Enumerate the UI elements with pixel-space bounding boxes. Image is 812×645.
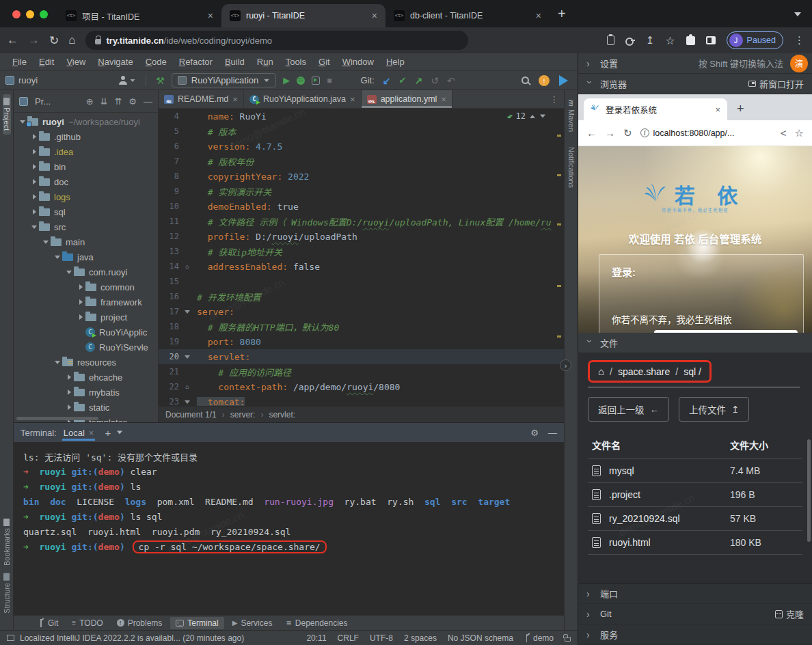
close-tab-icon[interactable]: × [370, 10, 379, 21]
titanide-logo-icon[interactable] [559, 75, 568, 86]
menu-window[interactable]: Window [337, 55, 379, 68]
profile-paused-pill[interactable]: J Paused [727, 31, 783, 49]
tree-chevron[interactable] [64, 404, 74, 410]
tree-item-bin[interactable]: bin [14, 159, 158, 174]
demo-badge[interactable]: 演 [790, 55, 808, 72]
clipboard-icon[interactable] [607, 36, 614, 45]
files-section-header[interactable]: › 文件 [578, 333, 812, 353]
tree-item-mybatis[interactable]: mybatis [14, 385, 158, 400]
menu-navigate[interactable]: Navigate [92, 55, 138, 68]
fold-marker[interactable] [183, 355, 191, 359]
go-up-button[interactable]: 返回上一级 ← [588, 397, 669, 422]
toolwindow-todo[interactable]: ≡TODO [66, 617, 108, 629]
tree-chevron[interactable] [76, 284, 85, 290]
code-line-6[interactable]: 6 version: 4.7.5 [159, 139, 564, 154]
section-git[interactable]: ›Git克隆 [578, 604, 812, 625]
fold-marker[interactable] [183, 310, 191, 314]
tree-chevron[interactable] [53, 361, 62, 364]
tool-tab-project[interactable]: Project [3, 94, 11, 135]
terminal-output[interactable]: ls: 无法访问 'sq': 没有那个文件或目录➜ ruoyi git:(dem… [14, 442, 564, 615]
new-tab-button[interactable]: + [550, 6, 574, 27]
splitter-expand-button[interactable]: › [560, 359, 571, 371]
menu-file[interactable]: File [7, 55, 32, 68]
menu-edit[interactable]: Edit [33, 55, 59, 68]
tree-chevron[interactable] [29, 209, 39, 215]
status-item[interactable]: 20:11 [306, 633, 326, 643]
close-tab-icon[interactable]: × [206, 10, 215, 21]
prev-problem-icon[interactable] [530, 115, 535, 118]
password-key-icon[interactable] [625, 38, 635, 43]
menu-code[interactable]: Code [140, 55, 172, 68]
code-line-16[interactable]: 16# 开发环境配置 [159, 289, 564, 304]
tree-chevron[interactable] [29, 194, 39, 200]
fold-marker[interactable]: ⌂ [183, 263, 191, 270]
browser-section-header[interactable]: › 浏览器 新窗口打开 [578, 74, 812, 94]
home-icon[interactable]: ⌂ [598, 366, 604, 377]
code-line-12[interactable]: 12 profile: D:/ruoyi/uploadPath [159, 229, 564, 244]
preview-forward-button[interactable]: → [605, 127, 615, 139]
tree-item-static[interactable]: static [14, 400, 158, 415]
tool-tab-maven[interactable]: m Maven [567, 96, 576, 136]
tree-item-java[interactable]: java [14, 249, 158, 264]
terminal-tab-local[interactable]: Local × [62, 425, 96, 441]
code-line-22[interactable]: 22⌂ context-path: /app/demo/ruoyi/8080 [159, 379, 564, 394]
code-line-13[interactable]: 13 # 获取ip地址开关 [159, 244, 564, 259]
close-icon[interactable]: × [350, 94, 355, 105]
tree-chevron[interactable] [64, 271, 74, 274]
file-row[interactable]: ruoyi.html180 KB [588, 530, 802, 555]
toolwindow-services[interactable]: ▶Services [227, 617, 278, 629]
status-item[interactable]: 2 spaces [404, 633, 437, 643]
tree-item-com-ruoyi[interactable]: com.ruoyi [14, 264, 158, 279]
breadcrumb-item[interactable]: server: [230, 410, 256, 420]
tool-tab-bookmarks[interactable]: Bookmarks [3, 515, 11, 570]
code-line-11[interactable]: 11 # 文件路径 示例（ Windows配置D:/ruoyi/uploadPa… [159, 214, 564, 229]
status-item[interactable]: No JSON schema [448, 633, 513, 643]
menu-build[interactable]: Build [219, 55, 250, 68]
editor-tab-ruoyiapplication-java[interactable]: CRuoYiApplication.java× [244, 90, 362, 108]
project-hscrollbar[interactable] [16, 417, 98, 420]
tree-item-ruoyi[interactable]: ruoyi ~/workspace/ruoyi [14, 114, 158, 129]
tree-item-resources[interactable]: resources [14, 355, 158, 370]
code-line-15[interactable]: 15 [159, 274, 564, 289]
menu-tools[interactable]: Tools [280, 55, 312, 68]
editor-tab-readme-md[interactable]: MDREADME.md× [159, 90, 244, 108]
code-editor[interactable]: 4 name: RuoYi5 # 版本6 version: 4.7.57 # 版… [159, 109, 564, 406]
browser-menu-icon[interactable]: ⋮ [794, 34, 805, 46]
git-rollback-icon[interactable]: ↶ [447, 75, 455, 86]
git-update-icon[interactable]: ↙ [383, 75, 391, 86]
status-item[interactable]: UTF-8 [370, 633, 393, 643]
url-bar[interactable]: try.titanide.cn/ide/web/coding/ruoyi/dem… [85, 31, 468, 50]
git-commit-icon[interactable]: ✔ [399, 75, 407, 85]
breadcrumb-space-share[interactable]: space.share [618, 366, 670, 377]
code-line-19[interactable]: 19 port: 8080 [159, 334, 564, 349]
tree-item-doc[interactable]: doc [14, 174, 158, 189]
git-push-icon[interactable]: ↗ [414, 75, 422, 86]
status-message[interactable]: Localized IntelliJ IDEA 2022.2.2 is avai… [20, 633, 244, 643]
gear-icon[interactable]: ⚙ [128, 96, 137, 107]
menu-refactor[interactable]: Refactor [174, 55, 218, 68]
reload-button[interactable]: ↻ [49, 33, 59, 48]
fold-marker[interactable]: ⌂ [183, 383, 191, 390]
section-端口[interactable]: ›端口 [578, 584, 812, 604]
git-branch-widget[interactable]: demo [524, 633, 554, 643]
close-icon[interactable]: × [715, 105, 720, 115]
tree-item-ehcache[interactable]: ehcache [14, 370, 158, 385]
tree-chevron[interactable] [29, 179, 39, 184]
terminal-hide-icon[interactable]: — [548, 428, 557, 438]
git-history-icon[interactable]: ↺ [431, 75, 439, 86]
preview-reload-button[interactable]: ↻ [623, 127, 632, 139]
editor-tabs-menu-icon[interactable]: ⋮ [550, 94, 565, 105]
close-window-button[interactable] [12, 10, 21, 18]
code-line-10[interactable]: 10 demoEnabled: true [159, 199, 564, 214]
tree-item-framework[interactable]: framework [14, 294, 158, 310]
code-line-5[interactable]: 5 # 版本 [159, 124, 564, 139]
breadcrumb-item[interactable]: servlet: [269, 410, 295, 420]
close-icon[interactable]: × [89, 428, 94, 438]
fold-marker[interactable] [183, 400, 191, 404]
menu-help[interactable]: Help [381, 55, 410, 68]
status-item[interactable]: CRLF [338, 633, 359, 643]
editor-tab-application-yml[interactable]: YMLapplication.yml× [362, 90, 452, 108]
code-line-4[interactable]: 4 name: RuoYi [159, 109, 564, 124]
minimize-window-button[interactable] [26, 10, 34, 18]
username-input[interactable] [654, 330, 798, 333]
